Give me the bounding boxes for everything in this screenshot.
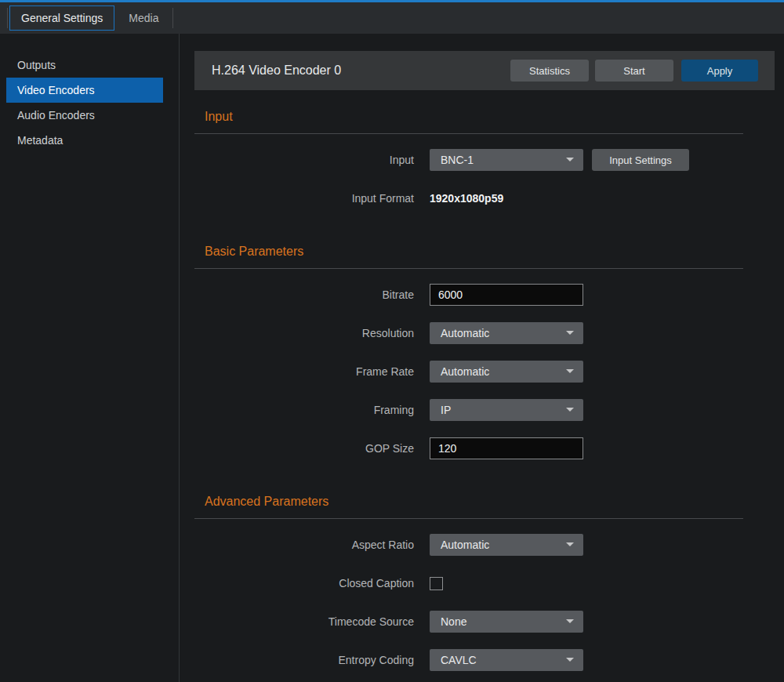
- timecode-source-label: Timecode Source: [194, 615, 414, 628]
- input-format-label: Input Format: [194, 192, 414, 205]
- sidebar-item-video-encoders[interactable]: Video Encoders: [6, 78, 163, 103]
- gop-size-label: GOP Size: [194, 442, 414, 455]
- gop-size-input[interactable]: [430, 437, 583, 459]
- page-layout: Outputs Video Encoders Audio Encoders Me…: [0, 34, 784, 682]
- section-divider: [194, 133, 743, 134]
- form-row-bitrate: Bitrate: [194, 284, 784, 306]
- form-row-framing: Framing IP: [194, 399, 784, 421]
- resolution-dropdown[interactable]: Automatic: [430, 322, 583, 344]
- frame-rate-dropdown[interactable]: Automatic: [430, 361, 583, 383]
- section-divider: [194, 268, 743, 269]
- chevron-down-icon: [566, 542, 574, 546]
- input-label: Input: [194, 154, 414, 166]
- framing-label: Framing: [194, 404, 414, 416]
- form-row-closed-caption: Closed Caption: [194, 572, 784, 594]
- tab-general-settings[interactable]: General Settings: [9, 5, 114, 31]
- timecode-source-dropdown[interactable]: None: [430, 611, 583, 633]
- apply-button[interactable]: Apply: [681, 60, 758, 82]
- form-row-gop-size: GOP Size: [194, 437, 784, 459]
- section-title-input: Input: [205, 110, 784, 124]
- statistics-button[interactable]: Statistics: [510, 60, 589, 82]
- sidebar-item-outputs[interactable]: Outputs: [6, 53, 163, 78]
- dropdown-value: BNC-1: [441, 154, 474, 166]
- section-basic-parameters: Basic Parameters Bitrate Resolution Auto…: [194, 245, 784, 459]
- dropdown-value: Automatic: [441, 365, 489, 378]
- input-source-dropdown[interactable]: BNC-1: [430, 149, 583, 171]
- input-format-value: 1920x1080p59: [430, 192, 503, 205]
- section-title-advanced-parameters: Advanced Parameters: [205, 495, 784, 509]
- bitrate-input[interactable]: [430, 284, 583, 306]
- bitrate-label: Bitrate: [194, 288, 414, 301]
- sidebar: Outputs Video Encoders Audio Encoders Me…: [0, 34, 180, 682]
- chevron-down-icon: [566, 658, 574, 662]
- start-button[interactable]: Start: [595, 60, 673, 82]
- dropdown-value: IP: [441, 404, 451, 416]
- aspect-ratio-label: Aspect Ratio: [194, 539, 414, 551]
- tab-divider: [172, 8, 173, 28]
- dropdown-value: Automatic: [441, 539, 489, 551]
- section-divider: [194, 518, 743, 519]
- section-title-basic-parameters: Basic Parameters: [205, 245, 784, 259]
- tab-divider: [7, 8, 8, 28]
- sidebar-item-audio-encoders[interactable]: Audio Encoders: [6, 103, 163, 128]
- top-tab-bar: General Settings Media: [0, 2, 784, 34]
- dropdown-value: Automatic: [441, 327, 489, 339]
- chevron-down-icon: [566, 408, 574, 412]
- encoder-panel-header: H.264 Video Encoder 0 Statistics Start A…: [194, 51, 775, 90]
- closed-caption-label: Closed Caption: [194, 577, 414, 589]
- form-row-entropy-coding: Entropy Coding CAVLC: [194, 649, 784, 671]
- chevron-down-icon: [566, 158, 574, 161]
- input-settings-button[interactable]: Input Settings: [592, 149, 689, 171]
- section-advanced-parameters: Advanced Parameters Aspect Ratio Automat…: [194, 495, 784, 671]
- frame-rate-label: Frame Rate: [194, 365, 414, 378]
- form-row-timecode-source: Timecode Source None: [194, 611, 784, 633]
- form-row-aspect-ratio: Aspect Ratio Automatic: [194, 534, 784, 556]
- aspect-ratio-dropdown[interactable]: Automatic: [430, 534, 583, 556]
- chevron-down-icon: [566, 369, 574, 373]
- form-row-input-format: Input Format 1920x1080p59: [194, 187, 784, 209]
- form-row-frame-rate: Frame Rate Automatic: [194, 361, 784, 383]
- page-title: H.264 Video Encoder 0: [212, 63, 510, 78]
- closed-caption-checkbox[interactable]: [430, 577, 443, 590]
- form-row-resolution: Resolution Automatic: [194, 322, 784, 344]
- framing-dropdown[interactable]: IP: [430, 399, 583, 421]
- chevron-down-icon: [566, 619, 574, 623]
- resolution-label: Resolution: [194, 327, 414, 339]
- tab-media[interactable]: Media: [114, 6, 172, 30]
- chevron-down-icon: [566, 331, 574, 335]
- form-row-input: Input BNC-1 Input Settings: [194, 149, 784, 171]
- main-content: H.264 Video Encoder 0 Statistics Start A…: [180, 34, 784, 682]
- dropdown-value: None: [441, 615, 466, 628]
- dropdown-value: CAVLC: [441, 654, 477, 666]
- section-input: Input Input BNC-1 Input Settings Input F…: [194, 110, 784, 209]
- entropy-coding-dropdown[interactable]: CAVLC: [430, 649, 583, 671]
- entropy-coding-label: Entropy Coding: [194, 654, 414, 666]
- sidebar-item-metadata[interactable]: Metadata: [6, 128, 163, 153]
